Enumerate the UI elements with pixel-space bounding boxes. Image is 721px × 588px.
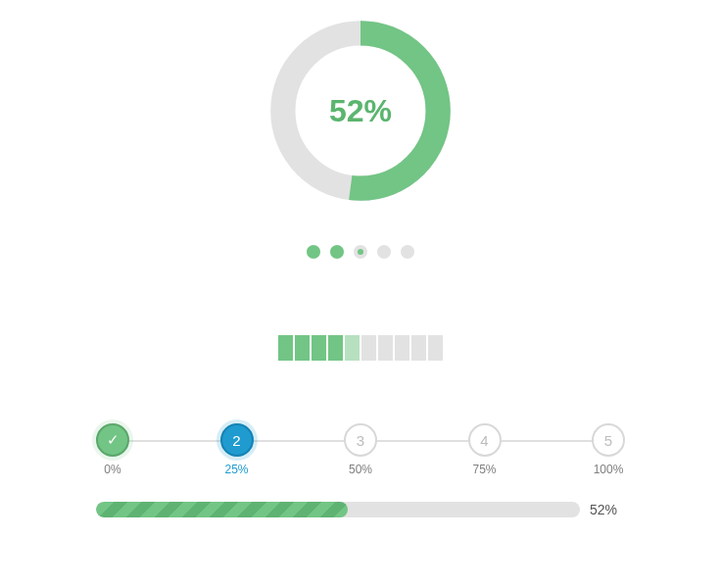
step-item[interactable]: 350% [344,423,377,476]
step-circle[interactable]: 3 [344,423,377,457]
step-label: 100% [594,463,624,476]
step-circle-done[interactable]: ✓ [96,423,129,457]
loader-dot [377,245,391,259]
segment [278,335,293,361]
loader-dot [354,245,367,259]
step-label: 50% [349,463,372,476]
step-item[interactable]: 225% [220,423,254,476]
progress-bar-track [96,502,580,517]
step-circle-active[interactable]: 2 [220,423,254,457]
step-circle[interactable]: 5 [592,423,625,457]
step-label: 75% [472,463,496,476]
progress-bar-row: 52% [96,502,625,517]
loader-dot [307,245,320,259]
segment [312,335,326,361]
segment [395,335,409,361]
segment [428,335,443,361]
circular-progress: 52% [267,18,454,204]
loader-dot [330,245,344,259]
progress-bar-label: 52% [590,502,625,517]
dots-loader [307,245,414,259]
step-progress: ✓0%225%350%475%5100% [96,423,625,476]
step-item[interactable]: 475% [468,423,502,476]
loader-dot [401,245,414,259]
segment [411,335,426,361]
ring-percent-label: 52% [267,18,454,204]
step-circle[interactable]: 4 [468,423,502,457]
step-label: 0% [104,463,120,476]
progress-bar-fill [96,502,348,517]
segment [345,335,360,361]
check-icon: ✓ [107,431,120,449]
step-row: ✓0%225%350%475%5100% [96,423,625,476]
step-item[interactable]: 5100% [592,423,625,476]
segment [378,335,393,361]
step-label: 25% [224,463,248,476]
step-item[interactable]: ✓0% [96,423,129,476]
segment [328,335,343,361]
segment [295,335,310,361]
segmented-progress [278,335,443,361]
segment [361,335,376,361]
